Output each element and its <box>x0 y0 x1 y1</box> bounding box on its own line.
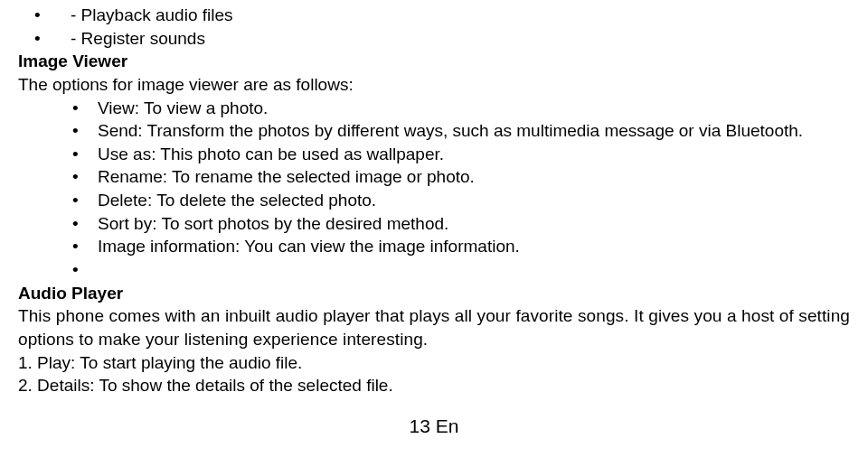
paragraph-text: This phone comes with an inbuilt audio p… <box>18 304 850 350</box>
numbered-item: 2. Details: To show the details of the s… <box>18 374 850 397</box>
option-item: Sort by: To sort photos by the desired m… <box>72 212 850 236</box>
section-heading-image-viewer: Image Viewer <box>18 50 850 73</box>
section-heading-audio-player: Audio Player <box>18 282 850 305</box>
option-item: Rename: To rename the selected image or … <box>72 165 850 189</box>
intro-text: The options for image viewer are as foll… <box>18 73 850 97</box>
numbered-item: 1. Play: To start playing the audio file… <box>18 351 850 375</box>
option-item-empty <box>72 258 850 282</box>
top-bullet-item: - Playback audio files <box>34 4 850 27</box>
option-item: View: To view a photo. <box>72 97 850 120</box>
page-number: 13 En <box>18 414 850 439</box>
option-item: Delete: To delete the selected photo. <box>72 189 850 212</box>
document-page: - Playback audio files - Register sounds… <box>0 0 868 439</box>
option-item: Image information: You can view the imag… <box>72 235 850 258</box>
option-item: Use as: This photo can be used as wallpa… <box>72 143 850 166</box>
top-bullet-item: - Register sounds <box>34 27 850 51</box>
option-item: Send: Transform the photos by different … <box>72 119 850 143</box>
